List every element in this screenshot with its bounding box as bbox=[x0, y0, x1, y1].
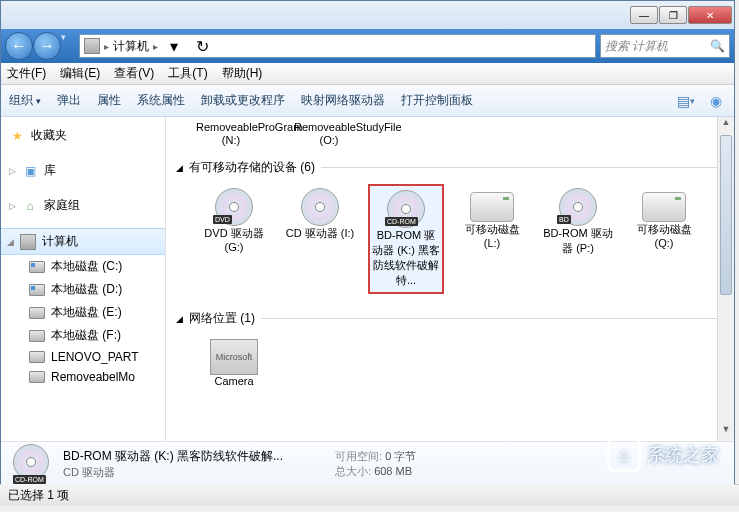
sidebar-favorites[interactable]: ★ 收藏夹 bbox=[1, 123, 165, 148]
breadcrumb-computer[interactable]: 计算机 bbox=[113, 38, 149, 55]
properties-button[interactable]: 属性 bbox=[97, 92, 121, 109]
uninstall-button[interactable]: 卸载或更改程序 bbox=[201, 92, 285, 109]
address-bar[interactable]: ▸ 计算机 ▸ ▾ ↻ bbox=[79, 34, 596, 58]
menu-tools[interactable]: 工具(T) bbox=[168, 65, 207, 82]
menu-view[interactable]: 查看(V) bbox=[114, 65, 154, 82]
sidebar-drive-d[interactable]: 本地磁盘 (D:) bbox=[1, 278, 165, 301]
drive-icon bbox=[29, 351, 45, 363]
collapse-icon: ◢ bbox=[176, 314, 183, 324]
help-icon[interactable]: ◉ bbox=[706, 91, 726, 111]
sidebar-drive-c[interactable]: 本地磁盘 (C:) bbox=[1, 255, 165, 278]
search-icon[interactable]: 🔍 bbox=[710, 39, 725, 53]
chevron-right-icon[interactable]: ▸ bbox=[153, 41, 158, 52]
chevron-down-icon: ◢ bbox=[7, 237, 14, 247]
computer-icon bbox=[20, 234, 36, 250]
details-title: BD-ROM 驱动器 (K:) 黑客防线软件破解... bbox=[63, 448, 283, 465]
homegroup-icon: ⌂ bbox=[22, 198, 38, 214]
minimize-button[interactable]: — bbox=[630, 6, 658, 24]
menu-edit[interactable]: 编辑(E) bbox=[60, 65, 100, 82]
back-button[interactable]: ← bbox=[5, 32, 33, 60]
menu-help[interactable]: 帮助(H) bbox=[222, 65, 263, 82]
system-properties-button[interactable]: 系统属性 bbox=[137, 92, 185, 109]
drive-icon bbox=[29, 371, 45, 383]
drive-icon bbox=[29, 330, 45, 342]
nav-history-dropdown[interactable]: ▾ bbox=[61, 32, 75, 60]
drive-icon bbox=[29, 307, 45, 319]
section-removable-header[interactable]: ◢ 有可移动存储的设备 (6) bbox=[176, 159, 724, 176]
scroll-thumb[interactable] bbox=[720, 135, 732, 295]
folder-item[interactable]: RemoveableProGram (N:) bbox=[196, 121, 266, 147]
cdrom-badge: CD-ROM bbox=[13, 475, 46, 484]
maximize-button[interactable]: ❐ bbox=[659, 6, 687, 24]
star-icon: ★ bbox=[9, 128, 25, 144]
sidebar-computer[interactable]: ◢ 计算机 bbox=[1, 228, 165, 255]
eject-button[interactable]: 弹出 bbox=[57, 92, 81, 109]
sidebar-libraries[interactable]: ▷ ▣ 库 bbox=[1, 158, 165, 183]
removable-icon bbox=[642, 192, 686, 222]
command-bar: 组织 弹出 属性 系统属性 卸载或更改程序 映射网络驱动器 打开控制面板 ▤ ◉ bbox=[1, 85, 734, 117]
drive-icon bbox=[29, 284, 45, 296]
cdrom-badge: CD-ROM bbox=[385, 217, 418, 226]
drive-icon bbox=[29, 261, 45, 273]
sidebar-drive-f[interactable]: 本地磁盘 (F:) bbox=[1, 324, 165, 347]
section-network-header[interactable]: ◢ 网络位置 (1) bbox=[176, 310, 724, 327]
chevron-right-icon[interactable]: ▸ bbox=[104, 41, 109, 52]
map-drive-button[interactable]: 映射网络驱动器 bbox=[301, 92, 385, 109]
dvd-badge: DVD bbox=[213, 215, 232, 224]
drive-removable-q[interactable]: 可移动磁盘 (Q:) bbox=[626, 184, 702, 294]
control-panel-button[interactable]: 打开控制面板 bbox=[401, 92, 473, 109]
chevron-right-icon: ▷ bbox=[9, 166, 16, 176]
scroll-down-icon[interactable]: ▼ bbox=[718, 424, 734, 441]
scroll-up-icon[interactable]: ▲ bbox=[718, 117, 734, 134]
scrollbar-vertical[interactable]: ▲ ▼ bbox=[717, 117, 734, 441]
chevron-right-icon: ▷ bbox=[9, 201, 16, 211]
details-meta: 可用空间: 0 字节 总大小: 608 MB bbox=[335, 449, 416, 479]
collapse-icon: ◢ bbox=[176, 163, 183, 173]
computer-icon bbox=[84, 38, 100, 54]
drive-bdrom-p[interactable]: BD BD-ROM 驱动器 (P:) bbox=[540, 184, 616, 294]
close-button[interactable]: ✕ bbox=[688, 6, 732, 24]
search-placeholder: 搜索 计算机 bbox=[605, 38, 668, 55]
nav-bar: ← → ▾ ▸ 计算机 ▸ ▾ ↻ 搜索 计算机 🔍 bbox=[1, 29, 734, 63]
sidebar-drive-lenovo[interactable]: LENOVO_PART bbox=[1, 347, 165, 367]
content-pane: RemoveableProGram (N:) RemoveableStudyFi… bbox=[166, 117, 734, 441]
network-camera[interactable]: Microsoft Camera bbox=[196, 335, 272, 391]
sidebar-drive-removable[interactable]: RemoveabelMo bbox=[1, 367, 165, 387]
drive-bdrom-k[interactable]: CD-ROM BD-ROM 驱动器 (K:) 黑客防线软件破解特... bbox=[368, 184, 444, 294]
search-input[interactable]: 搜索 计算机 🔍 bbox=[600, 34, 730, 58]
titlebar: — ❐ ✕ bbox=[1, 1, 734, 29]
view-mode-icon[interactable]: ▤ bbox=[676, 91, 696, 111]
drive-dvd-g[interactable]: DVD DVD 驱动器 (G:) bbox=[196, 184, 272, 294]
bd-badge: BD bbox=[557, 215, 571, 224]
disc-icon bbox=[301, 188, 339, 226]
forward-button[interactable]: → bbox=[33, 32, 61, 60]
removable-icon bbox=[470, 192, 514, 222]
addr-dropdown-icon[interactable]: ▾ bbox=[162, 37, 186, 56]
refresh-icon[interactable]: ↻ bbox=[190, 37, 214, 56]
details-subtitle: CD 驱动器 bbox=[63, 465, 283, 480]
sidebar-drive-e[interactable]: 本地磁盘 (E:) bbox=[1, 301, 165, 324]
sidebar-homegroup[interactable]: ▷ ⌂ 家庭组 bbox=[1, 193, 165, 218]
menu-file[interactable]: 文件(F) bbox=[7, 65, 46, 82]
details-pane: CD-ROM BD-ROM 驱动器 (K:) 黑客防线软件破解... CD 驱动… bbox=[1, 441, 734, 485]
camera-icon: Microsoft bbox=[210, 339, 258, 375]
status-text: 已选择 1 项 bbox=[8, 487, 69, 504]
menu-bar: 文件(F) 编辑(E) 查看(V) 工具(T) 帮助(H) bbox=[1, 63, 734, 85]
drive-list: DVD DVD 驱动器 (G:) CD 驱动器 (I:) CD-ROM BD-R… bbox=[176, 184, 724, 294]
navigation-pane: ★ 收藏夹 ▷ ▣ 库 ▷ ⌂ 家庭组 ◢ bbox=[1, 117, 166, 441]
status-bar: 已选择 1 项 bbox=[0, 484, 739, 506]
folder-item[interactable]: RemoveableStudyFile (O:) bbox=[294, 121, 364, 147]
drive-removable-l[interactable]: 可移动磁盘 (L:) bbox=[454, 184, 530, 294]
drive-cd-i[interactable]: CD 驱动器 (I:) bbox=[282, 184, 358, 294]
library-icon: ▣ bbox=[22, 163, 38, 179]
organize-button[interactable]: 组织 bbox=[9, 92, 41, 109]
